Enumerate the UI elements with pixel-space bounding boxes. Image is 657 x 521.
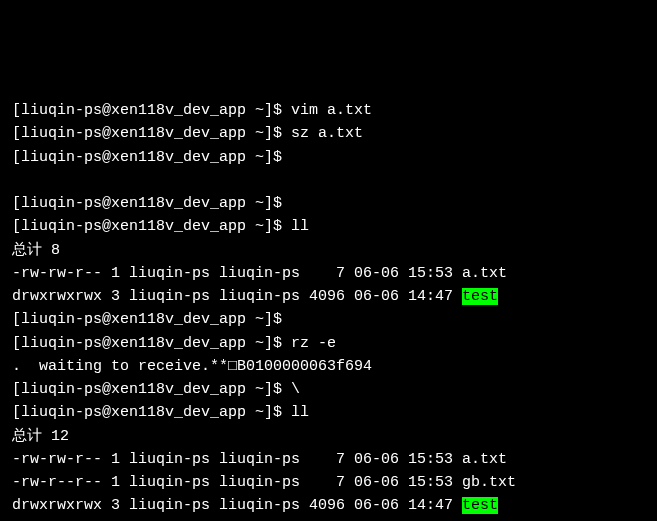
terminal-line: . waiting to receive.**□B0100000063f694 [12,355,645,378]
terminal-text: [liuqin-ps@xen118v_dev_app ~]$ rz -e [12,335,336,352]
terminal-text: [liuqin-ps@xen118v_dev_app ~]$ ll [12,218,309,235]
terminal-text: [liuqin-ps@xen118v_dev_app ~]$ [12,311,282,328]
highlighted-text: test [462,288,498,305]
terminal-line: [liuqin-ps@xen118v_dev_app ~]$ ll [12,401,645,424]
terminal-text: -rw-rw-r-- 1 liuqin-ps liuqin-ps 7 06-06… [12,451,507,468]
terminal-text: drwxrwxrwx 3 liuqin-ps liuqin-ps 4096 06… [12,497,462,514]
terminal-line: [liuqin-ps@xen118v_dev_app ~]$ [12,308,645,331]
terminal-text: 总计 8 [12,242,60,259]
terminal-output[interactable]: [liuqin-ps@xen118v_dev_app ~]$ vim a.txt… [12,99,645,521]
highlighted-text: test [462,497,498,514]
terminal-text: [liuqin-ps@xen118v_dev_app ~]$ \ [12,381,300,398]
terminal-text: [liuqin-ps@xen118v_dev_app ~]$ vim a.txt [12,102,372,119]
terminal-line: 总计 12 [12,425,645,448]
terminal-line: -rw-rw-r-- 1 liuqin-ps liuqin-ps 7 06-06… [12,448,645,471]
terminal-line: [liuqin-ps@xen118v_dev_app ~]$ ll [12,215,645,238]
terminal-line: [liuqin-ps@xen118v_dev_app ~]$ sz a.txt [12,122,645,145]
terminal-text: [liuqin-ps@xen118v_dev_app ~]$ [12,149,282,166]
terminal-line: -rw-rw-r-- 1 liuqin-ps liuqin-ps 7 06-06… [12,262,645,285]
terminal-line: 总计 8 [12,239,645,262]
terminal-line: [liuqin-ps@xen118v_dev_app ~]$ rm -f a.t… [12,518,645,522]
terminal-text: -rw-r--r-- 1 liuqin-ps liuqin-ps 7 06-06… [12,474,516,491]
terminal-line: [liuqin-ps@xen118v_dev_app ~]$ rz -e [12,332,645,355]
terminal-text: [liuqin-ps@xen118v_dev_app ~]$ ll [12,404,309,421]
terminal-line: [liuqin-ps@xen118v_dev_app ~]$ [12,192,645,215]
terminal-text: 总计 12 [12,428,69,445]
terminal-line [12,169,645,192]
terminal-line: drwxrwxrwx 3 liuqin-ps liuqin-ps 4096 06… [12,285,645,308]
terminal-text: [liuqin-ps@xen118v_dev_app ~]$ [12,195,282,212]
terminal-line: -rw-r--r-- 1 liuqin-ps liuqin-ps 7 06-06… [12,471,645,494]
terminal-text: [liuqin-ps@xen118v_dev_app ~]$ sz a.txt [12,125,363,142]
terminal-text: . waiting to receive.**□B0100000063f694 [12,358,372,375]
terminal-line: [liuqin-ps@xen118v_dev_app ~]$ \ [12,378,645,401]
terminal-line: drwxrwxrwx 3 liuqin-ps liuqin-ps 4096 06… [12,494,645,517]
terminal-text: -rw-rw-r-- 1 liuqin-ps liuqin-ps 7 06-06… [12,265,507,282]
terminal-line: [liuqin-ps@xen118v_dev_app ~]$ [12,146,645,169]
terminal-line: [liuqin-ps@xen118v_dev_app ~]$ vim a.txt [12,99,645,122]
terminal-text: drwxrwxrwx 3 liuqin-ps liuqin-ps 4096 06… [12,288,462,305]
terminal-text [12,172,21,189]
